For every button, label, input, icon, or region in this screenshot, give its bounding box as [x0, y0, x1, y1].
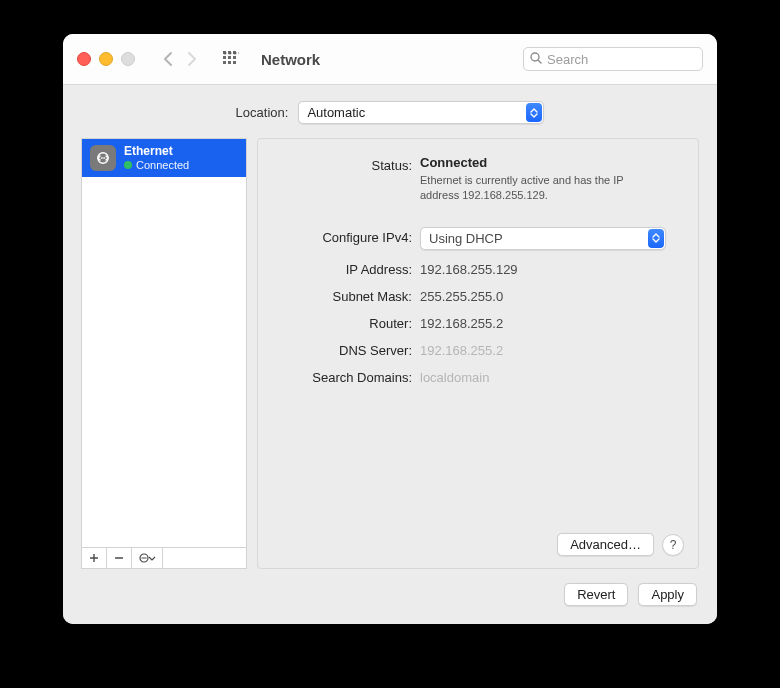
window-title: Network: [261, 51, 320, 68]
svg-point-20: [104, 157, 106, 159]
toolbar: Network Search: [63, 34, 717, 85]
search-placeholder: Search: [547, 52, 588, 67]
svg-point-14: [239, 52, 240, 55]
show-all-button[interactable]: [223, 51, 239, 67]
router-value: 192.168.255.2: [420, 313, 680, 331]
svg-line-16: [538, 60, 541, 63]
ethernet-icon: [90, 145, 116, 171]
chevron-up-down-icon: [526, 103, 542, 122]
router-label: Router:: [276, 313, 420, 331]
sidebar-item-ethernet[interactable]: Ethernet Connected: [82, 139, 246, 177]
search-domains-label: Search Domains:: [276, 367, 420, 385]
svg-point-11: [224, 52, 227, 55]
location-label: Location:: [236, 105, 289, 120]
svg-rect-10: [223, 66, 226, 67]
interface-status: Connected: [136, 159, 189, 172]
footer-buttons: Revert Apply: [63, 569, 717, 624]
svg-rect-8: [228, 61, 231, 64]
interface-name: Ethernet: [124, 145, 189, 159]
location-value: Automatic: [307, 105, 365, 120]
minimize-window-button[interactable]: [99, 52, 113, 66]
status-description: Ethernet is currently active and has the…: [420, 173, 650, 203]
apply-button[interactable]: Apply: [638, 583, 697, 606]
close-window-button[interactable]: [77, 52, 91, 66]
subnet-mask-value: 255.255.255.0: [420, 286, 680, 304]
search-icon: [530, 52, 542, 67]
dns-server-label: DNS Server:: [276, 340, 420, 358]
svg-rect-6: [233, 56, 236, 59]
search-domains-value: localdomain: [420, 367, 680, 385]
svg-point-13: [234, 52, 237, 55]
svg-rect-7: [223, 61, 226, 64]
interfaces-list[interactable]: Ethernet Connected: [81, 138, 247, 547]
ip-address-value: 192.168.255.129: [420, 259, 680, 277]
svg-point-18: [101, 157, 103, 159]
advanced-button[interactable]: Advanced…: [557, 533, 654, 556]
forward-button[interactable]: [187, 51, 197, 67]
svg-point-12: [229, 52, 232, 55]
interfaces-sidebar: Ethernet Connected: [81, 138, 247, 569]
chevron-up-down-icon: [648, 229, 664, 248]
configure-ipv4-value: Using DHCP: [429, 231, 503, 246]
subnet-mask-label: Subnet Mask:: [276, 286, 420, 304]
zoom-window-button: [121, 52, 135, 66]
status-dot-icon: [124, 161, 132, 169]
location-select[interactable]: Automatic: [298, 101, 544, 124]
status-value: Connected: [420, 155, 680, 170]
sidebar-footer: [81, 547, 247, 569]
preferences-window: Network Search Location: Automatic: [63, 34, 717, 624]
ip-address-label: IP Address:: [276, 259, 420, 277]
help-button[interactable]: ?: [662, 534, 684, 556]
svg-point-19: [102, 157, 104, 159]
remove-interface-button[interactable]: [107, 548, 132, 568]
status-label: Status:: [276, 155, 420, 173]
interface-detail-panel: Status: Connected Ethernet is currently …: [257, 138, 699, 569]
configure-ipv4-label: Configure IPv4:: [276, 227, 420, 245]
traffic-lights: [77, 52, 135, 66]
more-actions-button[interactable]: [132, 548, 163, 568]
svg-rect-5: [228, 56, 231, 59]
search-input[interactable]: Search: [523, 47, 703, 71]
add-interface-button[interactable]: [82, 548, 107, 568]
configure-ipv4-select[interactable]: Using DHCP: [420, 227, 666, 250]
sidebar-footer-spacer: [163, 548, 246, 568]
content: Location: Automatic: [63, 85, 717, 624]
back-button[interactable]: [163, 51, 173, 67]
dns-server-value: 192.168.255.2: [420, 340, 680, 358]
revert-button[interactable]: Revert: [564, 583, 628, 606]
svg-rect-4: [223, 56, 226, 59]
location-row: Location: Automatic: [63, 85, 717, 138]
svg-rect-9: [233, 61, 236, 64]
nav-arrows: [163, 51, 197, 67]
